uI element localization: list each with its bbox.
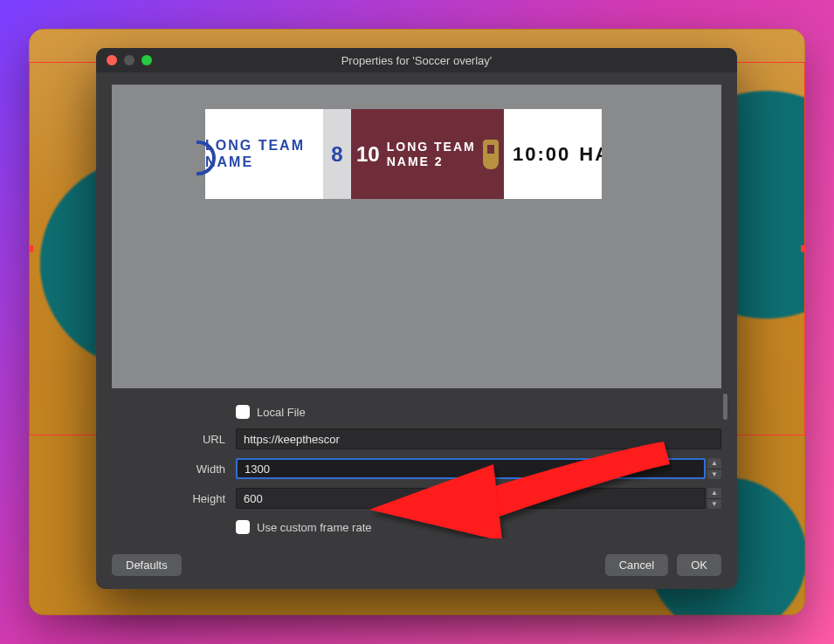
crop-handle-right[interactable] bbox=[801, 245, 805, 252]
defaults-button[interactable]: Defaults bbox=[112, 554, 182, 576]
height-value: 600 bbox=[244, 492, 263, 505]
ok-button[interactable]: OK bbox=[677, 554, 721, 576]
custom-fps-label: Use custom frame rate bbox=[257, 521, 372, 534]
titlebar: Properties for 'Soccer overlay' bbox=[96, 48, 737, 72]
width-value: 1300 bbox=[245, 462, 270, 476]
game-clock: 10:00 bbox=[513, 143, 570, 166]
minimize-icon[interactable] bbox=[124, 55, 134, 65]
height-input[interactable]: 600 bbox=[236, 488, 706, 509]
url-value: https://keepthescor bbox=[244, 433, 340, 446]
local-file-row: Local File bbox=[112, 401, 721, 423]
custom-fps-checkbox[interactable] bbox=[236, 520, 250, 534]
maximize-icon[interactable] bbox=[141, 55, 152, 65]
dialog-footer: Defaults Cancel OK bbox=[96, 540, 737, 589]
team1-score: 8 bbox=[323, 109, 351, 199]
url-row: URL https://keepthescor bbox=[112, 425, 721, 453]
scrollbar-thumb[interactable] bbox=[723, 394, 727, 420]
width-input[interactable]: 1300 bbox=[236, 458, 706, 479]
scoreboard-center: 10 LONG TEAM NAME 2 bbox=[351, 109, 504, 199]
team2-name: LONG TEAM NAME 2 bbox=[387, 140, 478, 168]
window-controls bbox=[96, 55, 152, 65]
chevron-down-icon[interactable]: ▼ bbox=[707, 469, 721, 480]
team2-crest-icon bbox=[483, 140, 499, 169]
cancel-button[interactable]: Cancel bbox=[605, 554, 668, 576]
chevron-up-icon[interactable]: ▲ bbox=[707, 458, 721, 469]
url-input[interactable]: https://keepthescor bbox=[236, 428, 721, 449]
properties-dialog: Properties for 'Soccer overlay' LONG TEA… bbox=[96, 48, 737, 589]
chevron-up-icon[interactable]: ▲ bbox=[707, 488, 721, 499]
crop-handle-left[interactable] bbox=[29, 245, 33, 252]
preview-area: LONG TEAM NAME 8 10 LONG TEAM NAME 2 10:… bbox=[112, 85, 721, 388]
team2-score: 10 bbox=[356, 142, 380, 167]
local-file-label: Local File bbox=[257, 406, 306, 419]
dialog-body: LONG TEAM NAME 8 10 LONG TEAM NAME 2 10:… bbox=[96, 72, 737, 540]
scoreboard-right: 10:00 HALF bbox=[504, 109, 602, 199]
chevron-down-icon[interactable]: ▼ bbox=[707, 499, 721, 510]
width-label: Width bbox=[112, 462, 236, 476]
width-stepper[interactable]: ▲▼ bbox=[707, 458, 721, 479]
width-row: Width 1300 ▲▼ bbox=[112, 455, 721, 483]
url-label: URL bbox=[112, 433, 236, 446]
form-area: Local File URL https://keepthescor Width… bbox=[112, 388, 721, 538]
local-file-checkbox[interactable] bbox=[236, 405, 250, 419]
scoreboard-left: LONG TEAM NAME bbox=[205, 109, 323, 199]
height-row: Height 600 ▲▼ bbox=[112, 484, 721, 512]
custom-fps-row: Use custom frame rate bbox=[112, 516, 721, 538]
height-label: Height bbox=[112, 492, 236, 505]
window-title: Properties for 'Soccer overlay' bbox=[96, 54, 737, 67]
height-stepper[interactable]: ▲▼ bbox=[707, 488, 721, 509]
scoreboard-overlay: LONG TEAM NAME 8 10 LONG TEAM NAME 2 10:… bbox=[205, 109, 602, 199]
team1-name: LONG TEAM NAME bbox=[205, 138, 318, 170]
close-icon[interactable] bbox=[107, 55, 117, 65]
game-period: HALF bbox=[579, 143, 602, 166]
